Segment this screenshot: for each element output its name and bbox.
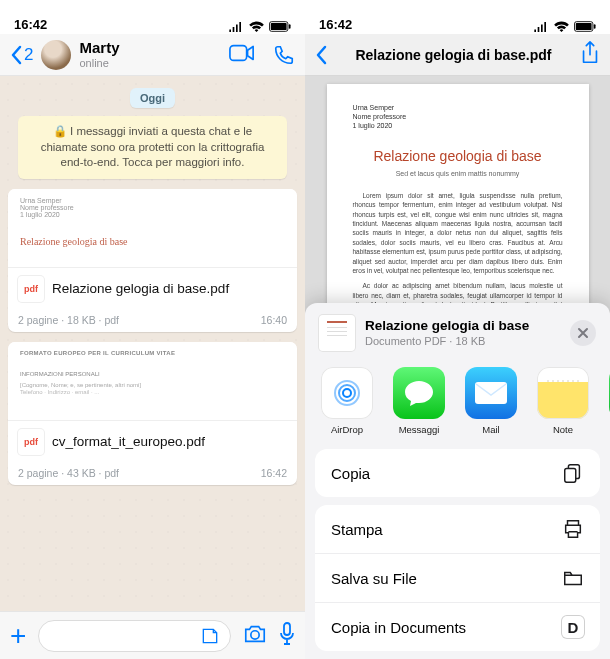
share-actions-group-2: Stampa Salva su File Copia in Documents … xyxy=(315,505,600,651)
status-indicators xyxy=(533,21,596,32)
document-preview: Urna Semper Nome professore 1 luglio 202… xyxy=(8,189,297,267)
avatar[interactable] xyxy=(41,40,71,70)
pdf-icon: pdf xyxy=(18,429,44,455)
file-name: Relazione gelogia di base.pdf xyxy=(52,281,287,297)
print-icon xyxy=(562,518,584,540)
message-bubble[interactable]: FORMATO EUROPEO PER IL CURRICULUM VITAE … xyxy=(8,342,297,485)
back-count: 2 xyxy=(24,45,33,65)
viewer-header: Relazione gelogia di base.pdf xyxy=(305,34,610,76)
svg-point-9 xyxy=(343,389,351,397)
attach-button[interactable]: + xyxy=(10,622,26,650)
folder-icon xyxy=(562,567,584,589)
video-call-button[interactable] xyxy=(229,44,255,66)
day-chip: Oggi xyxy=(130,88,175,108)
contact-name: Marty xyxy=(79,40,221,57)
page-heading: Relazione geologia di base xyxy=(353,146,563,166)
action-print[interactable]: Stampa xyxy=(315,505,600,553)
documents-app-icon: D xyxy=(562,616,584,638)
share-app-messages[interactable]: Messaggi xyxy=(391,367,447,435)
message-time: 16:40 xyxy=(261,314,287,326)
message-input[interactable] xyxy=(38,620,231,652)
share-header: Relazione gelogia di base Documento PDF … xyxy=(305,315,610,363)
share-app-notes[interactable]: Note xyxy=(535,367,591,435)
svg-point-4 xyxy=(251,630,259,638)
share-app-airdrop[interactable]: AirDrop xyxy=(319,367,375,435)
share-actions-group-1: Copia xyxy=(315,449,600,497)
svg-rect-7 xyxy=(576,23,592,30)
status-bar: 16:42 xyxy=(305,0,610,34)
messages-icon xyxy=(393,367,445,419)
chat-header: 2 Marty online xyxy=(0,34,305,76)
svg-point-10 xyxy=(339,385,355,401)
svg-rect-14 xyxy=(565,468,576,482)
svg-rect-8 xyxy=(594,24,596,28)
back-button[interactable]: 2 xyxy=(10,45,33,65)
document-preview: FORMATO EUROPEO PER IL CURRICULUM VITAE … xyxy=(8,342,297,420)
encryption-notice[interactable]: 🔒 I messaggi inviati a questa chat e le … xyxy=(18,116,287,179)
notes-icon xyxy=(537,367,589,419)
action-copy-documents[interactable]: Copia in Documents D xyxy=(315,602,600,651)
file-row[interactable]: pdf cv_format_it_europeo.pdf xyxy=(8,420,297,463)
share-apps-row[interactable]: AirDrop Messaggi Mail Note xyxy=(305,363,610,449)
svg-rect-12 xyxy=(475,382,507,404)
svg-rect-2 xyxy=(289,24,291,28)
pdf-icon: pdf xyxy=(18,276,44,302)
message-time: 16:42 xyxy=(261,467,287,479)
mail-icon xyxy=(465,367,517,419)
status-bar: 16:42 xyxy=(0,0,305,34)
document-viewer-screen: 16:42 Relazione gelogia di base.pdf Urna… xyxy=(305,0,610,659)
file-name: cv_format_it_europeo.pdf xyxy=(52,434,287,450)
share-button[interactable] xyxy=(580,41,600,69)
camera-button[interactable] xyxy=(243,624,267,648)
whatsapp-chat-screen: 16:42 2 Marty online Oggi 🔒 xyxy=(0,0,305,659)
status-time: 16:42 xyxy=(14,17,47,32)
lock-icon: 🔒 xyxy=(53,125,67,137)
svg-rect-5 xyxy=(284,623,290,635)
status-indicators xyxy=(228,21,291,32)
voice-call-button[interactable] xyxy=(273,44,295,66)
message-bubble[interactable]: Urna Semper Nome professore 1 luglio 202… xyxy=(8,189,297,332)
contact-title-block[interactable]: Marty online xyxy=(79,40,221,69)
status-time: 16:42 xyxy=(319,17,352,32)
copy-icon xyxy=(562,462,584,484)
file-row[interactable]: pdf Relazione gelogia di base.pdf xyxy=(8,267,297,310)
mic-button[interactable] xyxy=(279,622,295,650)
file-meta: 2 pagine · 18 KB · pdf 16:40 xyxy=(8,310,297,332)
chat-body[interactable]: Oggi 🔒 I messaggi inviati a questa chat … xyxy=(0,76,305,611)
share-thumbnail xyxy=(319,315,355,351)
document-title: Relazione gelogia di base.pdf xyxy=(335,47,572,63)
airdrop-icon xyxy=(321,367,373,419)
share-app-mail[interactable]: Mail xyxy=(463,367,519,435)
sticker-icon[interactable] xyxy=(200,626,220,646)
presence-text: online xyxy=(79,57,221,69)
svg-rect-1 xyxy=(271,23,287,30)
svg-rect-3 xyxy=(230,45,247,60)
file-meta: 2 pagine · 43 KB · pdf 16:42 xyxy=(8,463,297,485)
close-button[interactable] xyxy=(570,320,596,346)
action-copy[interactable]: Copia xyxy=(315,449,600,497)
share-sheet: Relazione gelogia di base Documento PDF … xyxy=(305,303,610,659)
back-button[interactable] xyxy=(315,45,327,65)
share-detail: Documento PDF · 18 KB xyxy=(365,335,560,348)
action-save-file[interactable]: Salva su File xyxy=(315,553,600,602)
share-title: Relazione gelogia di base xyxy=(365,318,560,334)
compose-bar: + xyxy=(0,611,305,659)
